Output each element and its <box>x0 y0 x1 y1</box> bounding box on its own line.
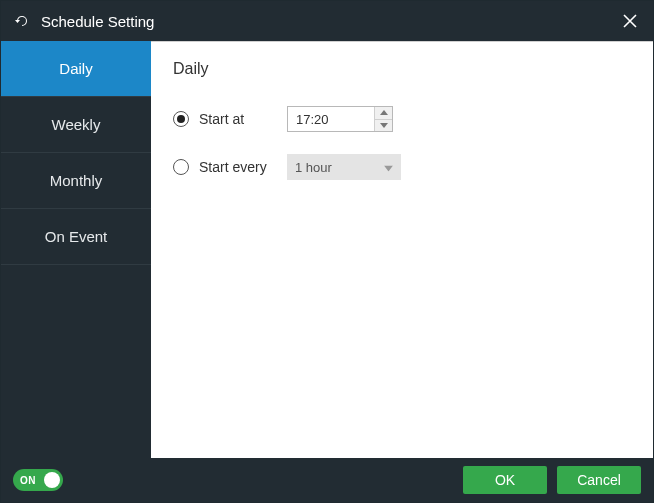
ok-button[interactable]: OK <box>463 466 547 494</box>
chevron-down-icon <box>384 160 393 175</box>
cancel-button[interactable]: Cancel <box>557 466 641 494</box>
sidebar-item-weekly[interactable]: Weekly <box>1 97 151 153</box>
main-panel: Daily Start at <box>151 41 653 458</box>
footer: ON OK Cancel <box>1 458 653 502</box>
sidebar-item-monthly[interactable]: Monthly <box>1 153 151 209</box>
option-start-every-row: Start every 1 hour <box>173 154 631 180</box>
chevron-up-icon <box>380 110 388 115</box>
spinner-up-button[interactable] <box>375 107 392 120</box>
dialog-body: Daily Weekly Monthly On Event Daily Star… <box>1 41 653 458</box>
start-at-label: Start at <box>199 111 277 127</box>
radio-start-every[interactable] <box>173 159 189 175</box>
sidebar-item-label: Monthly <box>50 172 103 189</box>
toggle-knob <box>44 472 60 488</box>
start-every-label: Start every <box>199 159 277 175</box>
sidebar-item-daily[interactable]: Daily <box>1 41 151 97</box>
sidebar-item-label: Daily <box>59 60 92 77</box>
toggle-label: ON <box>20 475 36 486</box>
sidebar: Daily Weekly Monthly On Event <box>1 41 151 458</box>
panel-heading: Daily <box>173 60 631 78</box>
time-input-wrapper <box>287 106 393 132</box>
window-title: Schedule Setting <box>41 13 621 30</box>
sidebar-item-label: Weekly <box>52 116 101 133</box>
sidebar-item-on-event[interactable]: On Event <box>1 209 151 265</box>
close-icon <box>623 14 637 28</box>
start-at-time-field[interactable] <box>288 107 374 131</box>
schedule-setting-dialog: Schedule Setting Daily Weekly Monthly On… <box>0 0 654 503</box>
sidebar-item-label: On Event <box>45 228 108 245</box>
close-button[interactable] <box>621 12 639 30</box>
schedule-enabled-toggle[interactable]: ON <box>13 469 63 491</box>
titlebar: Schedule Setting <box>1 1 653 41</box>
spinner-down-button[interactable] <box>375 120 392 132</box>
start-every-value: 1 hour <box>295 160 332 175</box>
chevron-down-icon <box>380 123 388 128</box>
radio-start-at[interactable] <box>173 111 189 127</box>
option-start-at-row: Start at <box>173 106 631 132</box>
time-spinner <box>374 107 392 131</box>
refresh-icon <box>13 12 31 30</box>
start-every-select[interactable]: 1 hour <box>287 154 401 180</box>
